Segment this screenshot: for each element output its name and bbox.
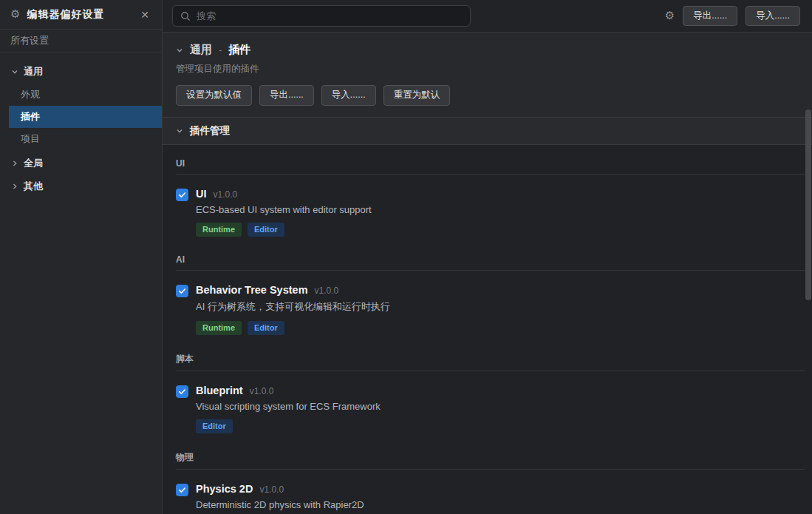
sidebar-item-label: 通用 (24, 65, 43, 78)
plugin-info: Physics 2Dv1.0.0Deterministic 2D physics… (196, 483, 364, 514)
export-settings-button[interactable]: 导出...... (259, 85, 314, 106)
sidebar-group-other: 其他 (0, 175, 162, 198)
sidebar-item-appearance[interactable]: 外观 (9, 84, 162, 106)
chevron-down-icon (11, 68, 18, 75)
toolbar-right-group: ⚙ 导出...... 导入...... (665, 6, 800, 27)
plugin-name-row: UIv1.0.0 (196, 188, 372, 200)
plugin-description: Visual scripting system for ECS Framewor… (196, 401, 381, 412)
sidebar-item-label: 外观 (21, 88, 40, 101)
plugin-name: Physics 2D (196, 483, 253, 495)
set-default-button[interactable]: 设置为默认值 (176, 85, 252, 106)
plugin-category-label-script: 脚本 (176, 353, 805, 365)
check-icon (178, 287, 186, 295)
plugin-version: v1.0.0 (214, 189, 238, 200)
plugin-checkbox[interactable] (176, 385, 188, 398)
sidebar-item-general[interactable]: 通用 (0, 61, 162, 84)
section-title: 插件管理 (190, 124, 230, 138)
gear-icon: ⚙ (10, 9, 20, 20)
gear-icon[interactable]: ⚙ (665, 10, 675, 21)
import-settings-button[interactable]: 导入...... (321, 85, 376, 106)
plugin-name-row: Behavior Tree Systemv1.0.0 (196, 284, 390, 296)
sidebar-subitems-general: 外观插件项目 (9, 84, 162, 150)
all-settings-label: 所有设置 (10, 34, 49, 47)
import-button[interactable]: 导入...... (746, 6, 800, 27)
plugin-checkbox[interactable] (176, 484, 188, 496)
chevron-right-icon (11, 160, 18, 167)
settings-sidebar: ⚙ 编辑器偏好设置 ✕ 所有设置 通用外观插件项目全局其他 (0, 0, 163, 514)
plugin-version: v1.0.0 (315, 285, 339, 296)
breadcrumb-separator: - (219, 44, 222, 55)
search-icon (180, 11, 191, 21)
check-icon (178, 191, 186, 199)
plugin-category-label-ai: AI (176, 254, 805, 265)
sidebar-item-all-settings[interactable]: 所有设置 (0, 30, 162, 53)
sidebar-item-label: 插件 (21, 110, 40, 124)
scrollbar-thumb[interactable] (805, 109, 811, 300)
plugin-info: Behavior Tree Systemv1.0.0AI 行为树系统，支持可视化… (196, 284, 390, 335)
reset-default-button[interactable]: 重置为默认 (383, 85, 451, 106)
breadcrumb-parent[interactable]: 通用 (190, 43, 212, 57)
check-icon (178, 388, 186, 396)
settings-tree: 通用外观插件项目全局其他 (0, 53, 162, 198)
page-header: 通用 - 插件 管理项目使用的插件 设置为默认值 导出...... 导入....… (163, 33, 812, 118)
plugin-tag-runtime: Runtime (196, 321, 242, 335)
plugin-row-physics-2d: Physics 2Dv1.0.0Deterministic 2D physics… (176, 483, 805, 514)
plugin-tags: RuntimeEditor (196, 321, 390, 335)
plugin-tag-editor: Editor (196, 419, 233, 433)
sidebar-group-global: 全局 (0, 152, 162, 175)
editor-preferences-window: ⚙ 编辑器偏好设置 ✕ 所有设置 通用外观插件项目全局其他 ⚙ 导出......… (0, 0, 812, 514)
dialog-titlebar: ⚙ 编辑器偏好设置 ✕ (0, 0, 162, 30)
check-icon (178, 486, 186, 494)
page-subtitle: 管理项目使用的插件 (176, 63, 799, 75)
header-buttons: 设置为默认值 导出...... 导入...... 重置为默认 (176, 85, 799, 106)
plugin-name-row: Blueprintv1.0.0 (196, 385, 381, 396)
sidebar-item-global[interactable]: 全局 (0, 152, 162, 175)
top-toolbar: ⚙ 导出...... 导入...... (163, 0, 812, 33)
plugin-category-label-physics: 物理 (176, 451, 805, 464)
page-title: 插件 (228, 43, 250, 57)
category-divider (176, 469, 805, 470)
sidebar-item-label: 项目 (21, 132, 40, 146)
plugin-row-behavior-tree-system: Behavior Tree Systemv1.0.0AI 行为树系统，支持可视化… (176, 284, 805, 335)
plugin-info: Blueprintv1.0.0Visual scripting system f… (196, 385, 381, 433)
sidebar-group-general: 通用外观插件项目 (0, 61, 162, 150)
sidebar-item-label: 其他 (24, 180, 43, 193)
plugin-checkbox[interactable] (176, 285, 188, 297)
plugin-tag-editor: Editor (248, 321, 284, 335)
plugin-description: Deterministic 2D physics with Rapier2D (196, 499, 364, 510)
dialog-title: 编辑器偏好设置 (27, 8, 129, 21)
sidebar-item-plugins[interactable]: 插件 (9, 106, 162, 128)
plugin-tags: RuntimeEditor (196, 223, 372, 237)
plugin-name: Behavior Tree System (196, 284, 308, 296)
plugin-tag-runtime: Runtime (196, 223, 242, 237)
chevron-down-icon[interactable] (176, 47, 183, 54)
plugin-info: UIv1.0.0ECS-based UI system with editor … (196, 188, 372, 237)
plugin-list: UIUIv1.0.0ECS-based UI system with edito… (163, 145, 812, 514)
plugin-name: Blueprint (196, 385, 243, 396)
search-box[interactable] (172, 5, 471, 27)
sidebar-item-other[interactable]: 其他 (0, 175, 162, 198)
plugin-version: v1.0.0 (250, 386, 274, 396)
plugin-checkbox[interactable] (176, 189, 188, 201)
plugin-description: ECS-based UI system with editor support (196, 204, 372, 215)
close-icon[interactable]: ✕ (135, 8, 154, 21)
sidebar-item-project[interactable]: 项目 (9, 128, 162, 150)
plugin-name: UI (196, 188, 207, 200)
plugin-management-section-header[interactable]: 插件管理 (163, 118, 812, 145)
sidebar-item-label: 全局 (24, 157, 43, 170)
plugin-row-blueprint: Blueprintv1.0.0Visual scripting system f… (176, 385, 805, 433)
category-divider (176, 174, 805, 175)
chevron-down-icon (176, 127, 183, 135)
plugin-version: v1.0.0 (259, 484, 284, 495)
export-button[interactable]: 导出...... (683, 6, 737, 27)
plugin-tags: Editor (196, 419, 381, 433)
plugin-tag-editor: Editor (248, 223, 284, 237)
main-panel: ⚙ 导出...... 导入...... 通用 - 插件 管理项目使用的插件 设置… (163, 0, 812, 514)
chevron-right-icon (11, 183, 18, 190)
plugin-row-ui: UIv1.0.0ECS-based UI system with editor … (176, 188, 805, 237)
category-divider (176, 270, 805, 271)
search-input[interactable] (197, 10, 463, 21)
plugin-name-row: Physics 2Dv1.0.0 (196, 483, 364, 495)
category-divider (176, 371, 805, 371)
breadcrumb: 通用 - 插件 (176, 43, 799, 57)
